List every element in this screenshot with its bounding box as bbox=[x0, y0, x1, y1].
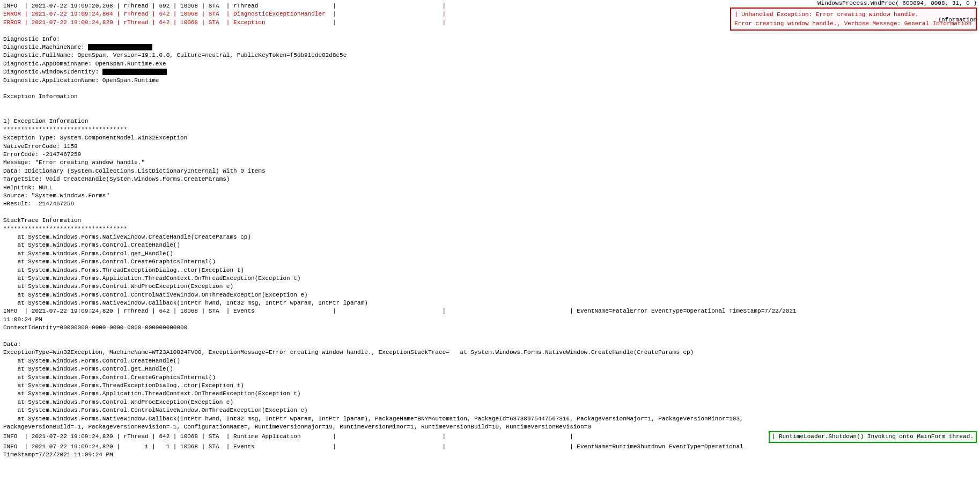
exception-1-type: Exception Type: System.ComponentModel.Wi… bbox=[3, 134, 977, 142]
right-panel-top-line: WindowsProcess.WndProc( 600894, 8008, 31… bbox=[730, 0, 977, 6]
stacktrace2-4: at System.Windows.Forms.ThreadExceptionD… bbox=[3, 382, 977, 390]
error-tooltip-line1: | Unhandled Exception: Error creating wi… bbox=[734, 11, 918, 18]
stacktrace-7: at System.Windows.Forms.Control.WndProcE… bbox=[3, 283, 977, 291]
exception-1-source: Source: "System.Windows.Forms" bbox=[3, 192, 977, 200]
info-events-line: INFO | 2021-07-22 19:09:24,820 | rThread… bbox=[3, 307, 797, 315]
redacted-identity bbox=[102, 69, 167, 75]
redacted-machine-name bbox=[88, 44, 152, 50]
exception-1-hresult: HResult: -2147467259 bbox=[3, 200, 977, 208]
main-content: WindowsProcess.WndProc( 600894, 8008, 31… bbox=[0, 0, 980, 461]
diag-windows-identity: Diagnostic.WindowsIdentity: bbox=[3, 68, 977, 76]
exception-1-helplink: HelpLink: NULL bbox=[3, 184, 977, 192]
stacktrace2-9: PackageVersionBuild=-1, PackageVersionRe… bbox=[3, 423, 977, 431]
data-label: Data: bbox=[3, 341, 977, 349]
info-events2-line: INFO | 2021-07-22 19:09:24,820 | 1 | 1 |… bbox=[3, 443, 977, 451]
stacktrace-1: at System.Windows.Forms.NativeWindow.Cre… bbox=[3, 233, 977, 241]
diag-fullname: Diagnostic.FullName: OpenSpan, Version=1… bbox=[3, 51, 977, 60]
stacktrace2-2: at System.Windows.Forms.Control.get_Hand… bbox=[3, 365, 977, 373]
exception-1-nativeerror: NativeErrorCode: 1158 bbox=[3, 143, 977, 151]
error-tooltip-line2: Error creating window handle., Verbose M… bbox=[734, 20, 971, 27]
timestamp-line: TimeStamp=7/22/2021 11:09:24 PM bbox=[3, 451, 977, 459]
diag-header: Diagnostic Info: bbox=[3, 35, 977, 43]
context-identity: ContextIdentity=00000000-0000-0000-0000-… bbox=[3, 324, 977, 332]
exception-1-targetsite: TargetSite: Void CreateHandle(System.Win… bbox=[3, 175, 977, 183]
stacktrace-5: at System.Windows.Forms.ThreadExceptionD… bbox=[3, 267, 977, 275]
stacktrace-9: at System.Windows.Forms.NativeWindow.Cal… bbox=[3, 299, 977, 307]
exception-1-errorcode: ErrorCode: -2147467259 bbox=[3, 151, 977, 159]
exception-data-line: ExceptionType=Win32Exception, MachineNam… bbox=[3, 349, 977, 357]
stacktrace2-5: at System.Windows.Forms.Application.Thre… bbox=[3, 390, 977, 398]
exception-info-header: Exception Information bbox=[3, 93, 977, 101]
stacktrace2-3: at System.Windows.Forms.Control.CreateGr… bbox=[3, 374, 977, 382]
exception-1-header: 1) Exception Information bbox=[3, 117, 977, 125]
stacktrace-header: StackTrace Information bbox=[3, 217, 977, 225]
exception-1-sep: *********************************** bbox=[3, 126, 977, 134]
stacktrace-8: at System.Windows.Forms.Control.ControlN… bbox=[3, 291, 977, 299]
stacktrace2-8: at System.Windows.Forms.NativeWindow.Cal… bbox=[3, 415, 977, 423]
stacktrace-2: at System.Windows.Forms.Control.CreateHa… bbox=[3, 241, 977, 249]
stacktrace2-6: at System.Windows.Forms.Control.WndProcE… bbox=[3, 398, 977, 406]
stacktrace2-1: at System.Windows.Forms.Control.CreateHa… bbox=[3, 357, 977, 365]
info-runtime-row: INFO | 2021-07-22 19:09:24,820 | rThread… bbox=[3, 431, 977, 442]
diag-machine-name: Diagnostic.MachineName: bbox=[3, 43, 977, 51]
stacktrace2-7: at System.Windows.Forms.Control.ControlN… bbox=[3, 406, 977, 415]
information-label: Information bbox=[938, 17, 977, 23]
info-events2-row: INFO | 2021-07-22 19:09:24,820 | 1 | 1 |… bbox=[3, 443, 977, 451]
info-runtime-line: INFO | 2021-07-22 19:09:24,820 | rThread… bbox=[3, 433, 769, 441]
exception-1-data: Data: IDictionary (System.Collections.Li… bbox=[3, 167, 977, 175]
info-events-row: INFO | 2021-07-22 19:09:24,820 | rThread… bbox=[3, 307, 977, 315]
stacktrace-6: at System.Windows.Forms.Application.Thre… bbox=[3, 275, 977, 283]
right-panel: WindowsProcess.WndProc( 600894, 8008, 31… bbox=[730, 0, 977, 31]
time-line: 11:09:24 PM bbox=[3, 316, 977, 324]
runtime-loader-highlight: | RuntimeLoader.Shutdown() Invoking onto… bbox=[769, 431, 977, 442]
diag-appname: Diagnostic.ApplicationName: OpenSpan.Run… bbox=[3, 77, 977, 85]
stacktrace-4: at System.Windows.Forms.Control.CreateGr… bbox=[3, 258, 977, 266]
exception-1-message: Message: "Error creating window handle." bbox=[3, 159, 977, 167]
diag-appdomain: Diagnostic.AppDomainName: OpenSpan.Runti… bbox=[3, 60, 977, 68]
stacktrace-3: at System.Windows.Forms.Control.get_Hand… bbox=[3, 250, 977, 258]
stacktrace-sep: *********************************** bbox=[3, 225, 977, 233]
